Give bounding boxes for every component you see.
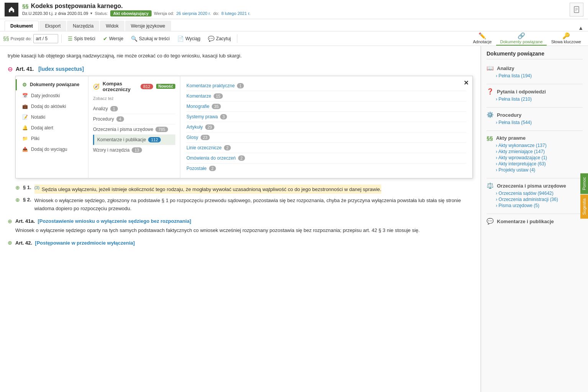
- link-omowienia[interactable]: Omówienia do orzeczeń: [186, 155, 236, 161]
- para-1-expand-icon[interactable]: ⊕: [15, 185, 20, 194]
- tab-wersje-jezykowe[interactable]: Wersje językowe: [125, 21, 171, 31]
- count-systemy: 3: [220, 114, 227, 119]
- sidebar-akty-wprowadzajace-link[interactable]: › Akty wprowadzające (1): [496, 155, 583, 160]
- popup-sidebar: ⚙ Dokumenty powiązane 📅 Daty jednostki 💼…: [16, 76, 88, 178]
- popup-sidebar-item-pliki[interactable]: 📁 Pliki: [16, 133, 88, 144]
- pomoc-button[interactable]: Pomoc: [580, 173, 588, 194]
- popup-row-wzory[interactable]: Wzory i narzędzia 13: [93, 145, 175, 155]
- sidebar-orzeczenia-sadow-link[interactable]: › Orzeczenia sądów (94642): [496, 191, 583, 196]
- article-42-expand-icon[interactable]: ⊕: [8, 240, 12, 246]
- home-button[interactable]: [5, 3, 18, 16]
- popup-right-row-systemy[interactable]: Systemy prawa 3: [186, 112, 466, 122]
- przejdz-label: Przejdź do:: [11, 36, 32, 41]
- link-artykuly[interactable]: Artykuły: [186, 124, 203, 130]
- version-to: 8 lutego 2021 r.: [221, 11, 250, 16]
- popup-sidebar-item-wyciag[interactable]: 📤 Dodaj do wyciągu: [16, 144, 88, 155]
- para-1-text: (3) Sędzia ulega wyłączeniu, jeżeli istn…: [34, 185, 381, 194]
- sugestia-button[interactable]: Sugestia: [580, 195, 588, 219]
- popup-close-button[interactable]: ✕: [464, 79, 469, 87]
- scroll-up-icon[interactable]: ▲: [578, 25, 583, 31]
- sidebar-pytania-link[interactable]: › Pełna lista (210): [496, 96, 583, 102]
- slowa-kluczowe-btn[interactable]: 🔑 Słowa kluczowe: [547, 31, 585, 46]
- sidebar-section-komentarze-header: 💬 Komentarze i publikacje: [487, 218, 583, 225]
- link-monografie[interactable]: Monografie: [186, 104, 209, 109]
- count-omowienia: 2: [238, 155, 245, 161]
- popup-right-row-komentarze[interactable]: Komentarze 15: [186, 91, 466, 101]
- popup-right-row-monografie[interactable]: Monografie 35: [186, 101, 466, 112]
- popup-row-komentarze[interactable]: Komentarze i publikacje 112: [93, 135, 175, 145]
- sidebar-section-analizy: 📖 Analizy › Pełna lista (194): [487, 65, 583, 78]
- popup-right-row-artykuly[interactable]: Artykuły 29: [186, 122, 466, 132]
- version-from: 26 sierpnia 2020 r.: [176, 11, 211, 16]
- sidebar-section-komentarze: 💬 Komentarze i publikacje: [487, 218, 583, 225]
- sidebar-akty-zmieniajace-link[interactable]: › Akty zmieniające (147): [496, 149, 583, 154]
- popup-sidebar-item-dokumenty[interactable]: ⚙ Dokumenty powiązane: [16, 79, 88, 90]
- article-41a-heading: ⊕ Art. 41a. [Pozostawienie wniosku o wył…: [8, 218, 473, 224]
- popup-sidebar-daty-label: Daty jednostki: [31, 93, 60, 98]
- popup-row-orzeczenia[interactable]: Orzeczenia i pisma urzędowe 785: [93, 124, 175, 135]
- popup-right-row-linie[interactable]: Linie orzecznicze 2: [186, 143, 466, 153]
- sidebar-analizy-title: Analizy: [497, 65, 514, 71]
- popup-sidebar-item-aktowka[interactable]: 💼 Dodaj do aktówki: [16, 101, 88, 112]
- popup-row-orzeczenia-count: 785: [155, 127, 168, 132]
- article-41-title: Art. 41. [ludex suspectus]: [16, 66, 84, 72]
- popup-right-row-omowienia[interactable]: Omówienia do orzeczeń 2: [186, 153, 466, 163]
- dokumenty-powiazane-btn[interactable]: 🔗 Dokumenty powiązane: [496, 31, 546, 46]
- doc-title-area: §§ Kodeks postępowania karnego. Dz.U.202…: [22, 3, 570, 16]
- doc-icon-button[interactable]: [570, 3, 583, 16]
- top-header: §§ Kodeks postępowania karnego. Dz.U.202…: [0, 0, 588, 19]
- sidebar-pisma-link[interactable]: › Pisma urzędowe (5): [496, 203, 583, 208]
- popup-middle: 🧭 Kompas orzeczniczy 812 Nowość Zobacz t…: [88, 76, 180, 178]
- link-glosy[interactable]: Glosy: [186, 135, 198, 140]
- popup-sidebar-item-alert[interactable]: 🔔 Dodaj alert: [16, 122, 88, 133]
- przejdz-icon: §§: [3, 36, 9, 42]
- link-linie[interactable]: Linie orzecznicze: [186, 145, 222, 150]
- popup-right-row-glosy[interactable]: Glosy 23: [186, 132, 466, 143]
- nowosc-badge: Nowość: [156, 84, 175, 89]
- art-input[interactable]: [33, 34, 58, 43]
- popup-right-row-komentarze-praktyczne[interactable]: Komentarze praktyczne 1: [186, 81, 466, 91]
- popup-right-row-pozostale[interactable]: Pozostałe 2: [186, 163, 466, 173]
- popup-row-analizy[interactable]: Analizy 1: [93, 104, 175, 114]
- tab-narzedzia[interactable]: Narzędzia: [67, 21, 99, 31]
- status-label: Status:: [95, 11, 108, 16]
- version-label: Wersja od:: [154, 11, 174, 16]
- doc-title: §§ Kodeks postępowania karnego.: [22, 3, 570, 10]
- sidebar-akty-wykonawcze-link[interactable]: › Akty wykonawcze (137): [496, 143, 583, 148]
- collapse-icon[interactable]: ⊖: [8, 65, 13, 73]
- wyciag-button[interactable]: 📄 Wyciąg: [174, 34, 203, 43]
- toolbar-right: ✏️ Adnotacje 🔗 Dokumenty powiązane 🔑 Sło…: [469, 31, 585, 46]
- dropdown-arrow-icon[interactable]: ▾: [90, 11, 92, 15]
- popup-row-orzeczenia-label: Orzeczenia i pisma urzędowe: [93, 127, 153, 132]
- link-komentarze[interactable]: Komentarze: [186, 93, 211, 99]
- sidebar-orzeczenia-adm-link[interactable]: › Orzeczenia administracji (36): [496, 197, 583, 202]
- sidebar-projekty-ustaw-link[interactable]: › Projekty ustaw (4): [496, 167, 583, 173]
- status-badge: Akt obowiązujący: [110, 10, 152, 16]
- link-pozostale[interactable]: Pozostałe: [186, 166, 207, 171]
- sidebar-akty-interpretujace-link[interactable]: › Akty interpretujące (63): [496, 161, 583, 167]
- szukaj-button[interactable]: 🔍 Szukaj w treści: [128, 34, 173, 43]
- article-41a-expand-icon[interactable]: ⊕: [8, 218, 12, 224]
- kompas-count: 812: [140, 84, 153, 89]
- separator-2: [237, 34, 237, 43]
- spis-tresci-button[interactable]: ☰ Spis treści: [65, 34, 98, 43]
- sidebar-analizy-link[interactable]: › Pełna lista (194): [496, 73, 583, 78]
- link-systemy[interactable]: Systemy prawa: [186, 114, 218, 119]
- wersje-button[interactable]: ✔ Wersje: [100, 34, 126, 43]
- adnotacje-btn[interactable]: ✏️ Adnotacje: [469, 31, 496, 46]
- popup-row-analizy-count: 1: [110, 106, 118, 111]
- book-icon: 📖: [487, 65, 494, 72]
- popup-row-procedury[interactable]: Procedury 4: [93, 114, 175, 124]
- sidebar-section-procedury-header: ⚙️ Procedury: [487, 111, 583, 118]
- link-komentarze-praktyczne[interactable]: Komentarze praktyczne: [186, 83, 235, 88]
- tab-dokument[interactable]: Dokument: [5, 21, 39, 31]
- popup-sidebar-item-daty[interactable]: 📅 Daty jednostki: [16, 90, 88, 101]
- sidebar-procedury-link[interactable]: › Pełna lista (544): [496, 120, 583, 125]
- para-2-expand-icon[interactable]: ⊕: [15, 197, 20, 213]
- zacytuj-button[interactable]: 💬 Zacytuj: [205, 34, 234, 43]
- popup-sidebar-item-notatki[interactable]: 📝 Notatki: [16, 112, 88, 122]
- popup-row-wzory-count: 13: [132, 147, 142, 153]
- tab-widok[interactable]: Widok: [100, 21, 124, 31]
- sidebar-section-pytania-header: ❓ Pytania i odpowiedzi: [487, 88, 583, 95]
- tab-eksport[interactable]: Eksport: [39, 21, 67, 31]
